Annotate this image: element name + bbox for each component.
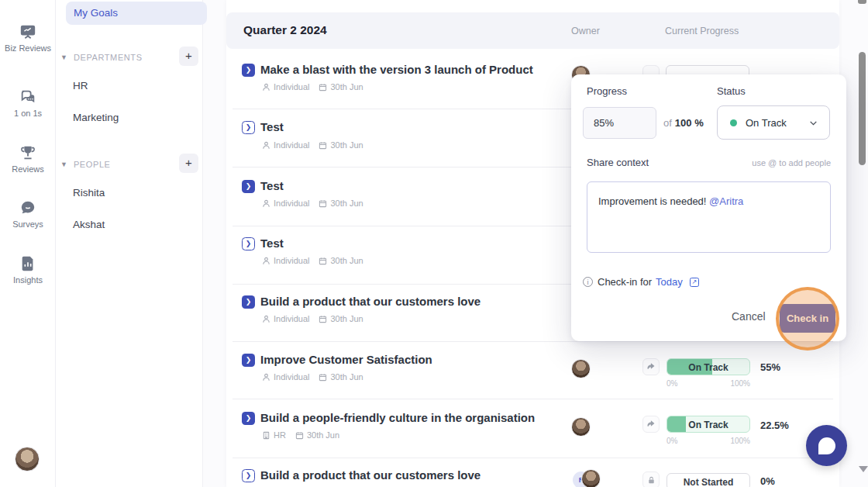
scale-min: 0% (666, 437, 677, 445)
check-in-button[interactable]: Check in (780, 304, 835, 333)
check-in-modal: Progress of100 % Status On Track Share c… (571, 74, 846, 341)
goal-due-date: 30th Jun (330, 140, 363, 150)
progress-percent: 55% (760, 361, 780, 373)
calendar-icon (319, 315, 327, 323)
goal-title[interactable]: Improve Customer Satisfaction (260, 353, 432, 366)
lock-icon (647, 476, 656, 485)
expand-chevron-icon[interactable]: ❯ (242, 64, 255, 77)
sidebar-section-departments: ▼DEPARTMENTS + (60, 50, 203, 68)
goal-title[interactable]: Test (260, 237, 284, 250)
owner-avatar[interactable] (571, 417, 591, 437)
speech-bubble-icon (19, 199, 36, 216)
status-badge[interactable]: On Track (666, 416, 750, 433)
share-goal-button[interactable] (642, 358, 660, 375)
progress-field-label: Progress (587, 85, 627, 97)
status-select[interactable]: On Track (717, 105, 830, 140)
status-field-label: Status (717, 85, 746, 97)
owner-avatar[interactable] (581, 469, 601, 487)
info-icon: i (583, 277, 593, 287)
goal-title[interactable]: Build a product that our customers love (260, 468, 480, 482)
status-label: On Track (688, 420, 728, 430)
calendar-icon (319, 83, 327, 92)
expand-chevron-icon[interactable]: ❯ (242, 412, 255, 425)
goal-title[interactable]: Test (260, 179, 284, 192)
private-goal-button[interactable] (642, 471, 660, 487)
external-link-icon[interactable]: ↗ (690, 278, 699, 287)
person-icon (262, 257, 270, 265)
expand-chevron-icon[interactable]: ❯ (242, 354, 255, 367)
mention-hint: use @ to add people (752, 158, 831, 168)
collapse-caret-icon[interactable]: ▼ (60, 54, 67, 61)
scale-min: 0% (666, 379, 677, 388)
expand-chevron-icon[interactable]: ❯ (242, 180, 255, 193)
progress-scale: 0% 100% (666, 437, 750, 445)
expand-chevron-icon[interactable]: ❯ (242, 469, 255, 482)
row-divider (232, 399, 833, 399)
add-department-button[interactable]: + (179, 47, 198, 66)
status-dot-icon (730, 119, 737, 126)
status-label: On Track (688, 362, 728, 373)
expand-chevron-icon[interactable]: ❯ (242, 295, 255, 309)
share-arrow-icon (646, 362, 656, 371)
status-badge[interactable]: On Track (666, 358, 750, 375)
goal-title[interactable]: Build a product that our customers love (260, 295, 480, 308)
rail-item-surveys[interactable]: Surveys (0, 199, 56, 230)
scroll-down-arrow[interactable] (859, 466, 868, 472)
target-value: 100 % (675, 117, 704, 129)
checkin-date-link[interactable]: Today (656, 276, 683, 288)
goal-due-date: 30th Jun (330, 372, 363, 382)
goal-title[interactable]: Test (260, 120, 284, 133)
sidebar-item-my-goals[interactable]: My Goals (66, 2, 207, 25)
trophy-icon (19, 144, 36, 161)
checkin-date-line: i Check-in for Today ↗ (583, 276, 699, 288)
person-icon (262, 141, 270, 150)
calendar-icon (295, 431, 304, 440)
share-context-label: Share context (587, 157, 649, 168)
sidebar-item-rishita[interactable]: Rishita (73, 187, 105, 199)
status-progress-fill (667, 416, 686, 432)
goal-scope: Individual (274, 140, 309, 150)
goal-title[interactable]: Make a blast with the version 3 launch o… (260, 63, 533, 76)
of-label: of (663, 117, 672, 129)
owner-avatar[interactable] (571, 359, 591, 378)
mention-chip[interactable]: @Aritra (709, 195, 743, 207)
sidebar-item-akshat[interactable]: Akshat (73, 219, 105, 230)
chat-bubble-icon (818, 437, 835, 454)
person-icon (262, 373, 270, 382)
goal-scope: HR (274, 430, 286, 440)
row-divider (232, 458, 833, 458)
goal-due-date: 30th Jun (307, 430, 339, 440)
quarter-title: Quarter 2 2024 (243, 23, 327, 37)
sidebar-item-hr[interactable]: HR (73, 80, 88, 92)
rail-item-label: 1 on 1s (0, 109, 56, 119)
chat-bubbles-icon (19, 88, 36, 105)
cancel-button[interactable]: Cancel (732, 310, 766, 323)
rail-item-1-on-1s[interactable]: 1 on 1s (0, 88, 56, 119)
sidebar-section-people: ▼PEOPLE + (60, 157, 203, 175)
add-person-button[interactable]: + (179, 154, 198, 173)
expand-chevron-icon[interactable]: ❯ (242, 121, 255, 134)
status-badge[interactable]: Not Started (666, 473, 750, 487)
share-goal-button[interactable] (642, 416, 660, 433)
collapse-caret-icon[interactable]: ▼ (60, 161, 67, 168)
user-avatar[interactable] (15, 447, 40, 471)
rail-item-goals-active[interactable]: Goals (0, 0, 56, 2)
goal-title[interactable]: Build a people-friendly culture in the o… (260, 411, 535, 424)
context-textarea[interactable]: Improvement is needed! @Aritra (587, 181, 831, 253)
rail-item-reviews[interactable]: Reviews (0, 144, 56, 174)
sidebar-item-marketing[interactable]: Marketing (73, 112, 119, 123)
status-selected-value: On Track (746, 117, 787, 129)
expand-chevron-icon[interactable]: ❯ (242, 237, 255, 250)
goal-scope: Individual (274, 372, 309, 382)
presentation-chart-icon (19, 23, 36, 40)
progress-input[interactable] (583, 107, 656, 139)
progress-percent: 0% (760, 475, 775, 487)
scrollbar-thumb[interactable] (859, 52, 866, 165)
app-icon-rail: Goals Biz Reviews 1 on 1s Reviews Survey… (0, 0, 56, 487)
goal-due-date: 30th Jun (330, 256, 363, 265)
scale-max: 100% (730, 437, 750, 445)
rail-item-biz-reviews[interactable]: Biz Reviews (0, 23, 56, 54)
chat-widget-button[interactable] (806, 425, 847, 466)
person-icon (262, 199, 270, 208)
rail-item-insights[interactable]: Insights (0, 255, 56, 285)
